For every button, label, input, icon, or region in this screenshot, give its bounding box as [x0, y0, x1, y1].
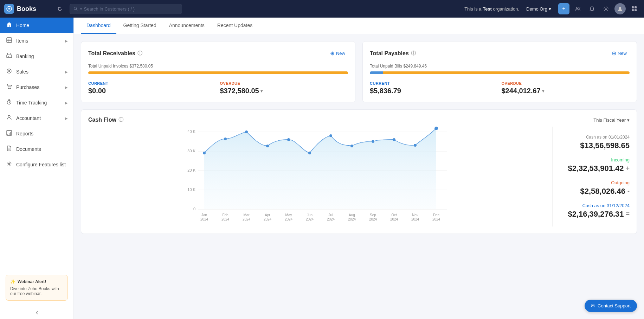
org-name: Demo Org — [526, 6, 547, 12]
svg-point-45 — [329, 134, 332, 137]
sidebar-item-time-tracking[interactable]: Time Tracking ▶ — [0, 95, 73, 110]
refresh-button[interactable] — [54, 3, 65, 14]
svg-text:2024: 2024 — [306, 217, 314, 221]
payables-progress-bar — [370, 71, 630, 74]
sidebar-collapse-button[interactable] — [0, 306, 73, 319]
fiscal-year-selector[interactable]: This Fiscal Year ▾ — [593, 117, 630, 123]
fiscal-year-chevron-icon: ▾ — [627, 117, 630, 123]
sidebar-item-sales[interactable]: Sales ▶ — [0, 64, 73, 79]
sidebar-item-accountant[interactable]: Accountant ▶ — [0, 110, 73, 126]
time-tracking-arrow-icon: ▶ — [65, 101, 68, 105]
svg-text:2024: 2024 — [411, 217, 419, 221]
svg-point-28 — [8, 163, 10, 165]
svg-text:2024: 2024 — [432, 217, 440, 221]
sidebar-item-items[interactable]: Items ▶ — [0, 33, 73, 49]
sidebar-label-documents: Documents — [16, 146, 41, 152]
sidebar-item-banking[interactable]: Banking — [0, 49, 73, 64]
svg-point-43 — [287, 138, 290, 141]
svg-rect-11 — [7, 38, 12, 43]
receivables-card: Total Receivables ⓘ ⊕ New Total Unpaid I… — [81, 41, 355, 102]
svg-text:10 K: 10 K — [187, 187, 195, 192]
logo-icon — [4, 4, 14, 14]
users-button[interactable] — [572, 3, 584, 14]
svg-point-3 — [577, 7, 578, 9]
receivables-current-label: CURRENT — [88, 81, 217, 85]
create-button[interactable]: + — [558, 3, 569, 14]
cashflow-help-icon[interactable]: ⓘ — [118, 117, 123, 123]
svg-point-49 — [414, 144, 417, 147]
sidebar-item-configure[interactable]: Configure Features list — [0, 157, 73, 172]
sidebar-label-reports: Reports — [16, 131, 33, 136]
grid-button[interactable] — [629, 3, 640, 14]
receivables-title: Total Receivables ⓘ — [88, 50, 142, 57]
gear-icon — [603, 6, 609, 12]
items-icon — [6, 37, 13, 44]
payables-progress — [370, 71, 630, 74]
settings-button[interactable] — [600, 3, 612, 14]
tab-getting-started[interactable]: Getting Started — [118, 18, 162, 34]
avatar-icon — [617, 6, 623, 12]
svg-rect-7 — [632, 6, 634, 8]
svg-text:Nov: Nov — [412, 213, 418, 217]
banking-icon — [6, 53, 13, 60]
payables-help-icon[interactable]: ⓘ — [411, 50, 416, 57]
receivables-header: Total Receivables ⓘ ⊕ New — [88, 49, 348, 58]
outgoing-operator: - — [627, 187, 630, 195]
svg-text:Sep: Sep — [370, 213, 376, 217]
sidebar-item-home[interactable]: Home — [0, 18, 73, 33]
sidebar-item-purchases[interactable]: Purchases ▶ — [0, 79, 73, 95]
cf-incoming-label: Incoming — [556, 157, 630, 162]
search-input[interactable] — [84, 6, 178, 12]
payables-current: CURRENT $5,836.79 — [370, 81, 498, 95]
svg-text:Oct: Oct — [391, 213, 397, 217]
receivables-help-icon[interactable]: ⓘ — [137, 50, 142, 57]
fiscal-year-label: This Fiscal Year — [593, 117, 626, 123]
cf-closing: Cash as on 31/12/2024 $2,16,39,276.31 = — [556, 203, 630, 219]
sidebar-item-documents[interactable]: Documents — [0, 141, 73, 157]
search-dropdown-icon[interactable]: ▾ — [80, 7, 82, 11]
contact-support-button[interactable]: ✉ Contact Support — [585, 300, 637, 312]
payables-unpaid-label: Total Unpaid Bills $249,849.46 — [370, 64, 630, 69]
cashflow-inner: 40 K 30 K 20 K 10 K 0 — [88, 127, 630, 227]
sidebar-label-items: Items — [16, 38, 28, 44]
svg-point-39 — [203, 152, 206, 154]
webinar-alert[interactable]: ✨ Webinar Alert! Dive into Zoho Books wi… — [6, 275, 68, 301]
search-bar[interactable]: ▾ — [70, 4, 182, 14]
collapse-icon — [34, 310, 40, 315]
receivables-overdue-dropdown-icon[interactable]: ▾ — [260, 89, 263, 94]
svg-text:20 K: 20 K — [187, 168, 195, 172]
payables-overdue-label: OVERDUE — [502, 81, 630, 85]
sidebar-item-reports[interactable]: Reports — [0, 126, 73, 141]
svg-point-18 — [8, 88, 9, 89]
avatar[interactable] — [614, 3, 626, 14]
notifications-button[interactable] — [586, 3, 598, 14]
org-info: This is a Test organization. — [464, 6, 519, 12]
chart-area: 40 K 30 K 20 K 10 K 0 — [88, 127, 545, 227]
svg-text:0: 0 — [193, 207, 195, 211]
payables-overdue-dropdown-icon[interactable]: ▾ — [542, 89, 544, 94]
svg-rect-9 — [632, 9, 634, 11]
tab-dashboard[interactable]: Dashboard — [81, 18, 116, 34]
logo-text: Books — [17, 5, 36, 13]
sidebar-label-configure: Configure Features list — [16, 162, 66, 167]
items-arrow-icon: ▶ — [65, 39, 68, 43]
receivables-new-button[interactable]: ⊕ New — [327, 49, 348, 58]
svg-text:Aug: Aug — [349, 213, 355, 217]
svg-text:2024: 2024 — [348, 217, 356, 221]
tab-announcements[interactable]: Announcements — [163, 18, 210, 34]
tab-recent-updates[interactable]: Recent Updates — [212, 18, 258, 34]
sidebar-bottom: ✨ Webinar Alert! Dive into Zoho Books wi… — [0, 269, 73, 306]
org-selector[interactable]: Demo Org ▾ — [523, 5, 554, 13]
svg-point-44 — [308, 152, 311, 154]
cashflow-title: Cash Flow ⓘ — [88, 117, 123, 123]
cf-incoming-value: $2,32,53,901.42 + — [556, 164, 630, 173]
svg-text:2024: 2024 — [369, 217, 377, 221]
cf-opening: Cash as on 01/01/2024 $13,56,598.65 — [556, 135, 630, 150]
payables-overdue-value: $244,012.67 ▾ — [502, 87, 630, 95]
webinar-text: Dive into Zoho Books with our free webin… — [10, 286, 63, 296]
svg-text:2024: 2024 — [390, 217, 398, 221]
documents-icon — [6, 146, 13, 153]
payables-new-button[interactable]: ⊕ New — [609, 49, 630, 58]
accountant-icon — [6, 115, 13, 122]
svg-text:Jun: Jun — [307, 213, 313, 217]
